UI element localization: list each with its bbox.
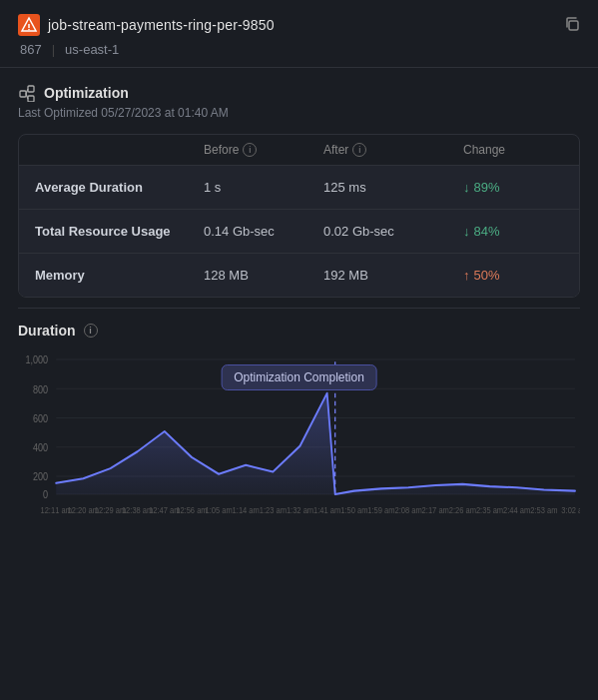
duration-section: Duration i Optimization Completion 1,000…: [0, 309, 598, 540]
metric-change: 50%: [463, 268, 563, 283]
metric-before: 1 s: [204, 180, 323, 195]
table-row: Average Duration 1 s 125 ms 89%: [19, 166, 579, 210]
meta-row: 867 | us-east-1: [20, 42, 580, 57]
optimization-title: Optimization: [44, 85, 129, 101]
header: job-stream-payments-ring-per-9850 867 | …: [0, 0, 598, 68]
metric-name: Total Resource Usage: [35, 224, 204, 239]
svg-text:2:35 am: 2:35 am: [476, 506, 504, 515]
svg-text:400: 400: [33, 442, 48, 454]
svg-text:1:23 am: 1:23 am: [260, 506, 288, 515]
svg-rect-5: [20, 91, 26, 97]
col-after-header: After i: [323, 143, 463, 157]
svg-text:1:05 am: 1:05 am: [205, 506, 233, 515]
col-change-header: Change: [463, 143, 563, 157]
svg-point-3: [28, 29, 30, 31]
optimization-icon: [18, 84, 36, 102]
svg-text:1:59 am: 1:59 am: [367, 506, 395, 515]
svg-text:2:53 am: 2:53 am: [530, 506, 558, 515]
svg-text:1:41 am: 1:41 am: [313, 506, 341, 515]
optimization-section: Optimization Last Optimized 05/27/2023 a…: [0, 68, 598, 308]
region: us-east-1: [65, 42, 119, 57]
arrow-up-icon: [463, 268, 470, 283]
metric-change: 89%: [463, 180, 563, 195]
svg-text:2:17 am: 2:17 am: [422, 506, 450, 515]
svg-text:200: 200: [33, 471, 48, 483]
svg-text:600: 600: [33, 413, 48, 425]
svg-text:800: 800: [33, 383, 48, 395]
svg-text:3:02 am: 3:02 am: [561, 506, 580, 515]
metric-after: 125 ms: [323, 180, 463, 195]
svg-text:1:32 am: 1:32 am: [287, 506, 314, 515]
last-optimized: Last Optimized 05/27/2023 at 01:40 AM: [18, 106, 580, 120]
svg-rect-7: [28, 96, 34, 102]
svg-text:2:08 am: 2:08 am: [394, 506, 422, 515]
job-title: job-stream-payments-ring-per-9850: [48, 17, 275, 33]
metrics-header: Before i After i Change: [19, 135, 579, 166]
svg-text:1:50 am: 1:50 am: [340, 506, 368, 515]
metric-before: 128 MB: [204, 268, 323, 283]
copy-icon[interactable]: [564, 16, 580, 35]
table-row: Total Resource Usage 0.14 Gb-sec 0.02 Gb…: [19, 210, 579, 254]
duration-chart-svg: 1,000 800 600 400 200 0 12:11 am: [18, 350, 580, 530]
title-row: job-stream-payments-ring-per-9850: [18, 14, 580, 36]
metric-name: Average Duration: [35, 180, 204, 195]
duration-title: Duration i: [18, 323, 580, 339]
col-before-header: Before i: [204, 143, 323, 157]
svg-text:2:26 am: 2:26 am: [449, 506, 477, 515]
after-info-icon[interactable]: i: [352, 143, 366, 157]
duration-chart: Optimization Completion 1,000 800 600 40…: [18, 350, 580, 530]
metric-change: 84%: [463, 224, 563, 239]
table-row: Memory 128 MB 192 MB 50%: [19, 254, 579, 297]
svg-text:0: 0: [43, 489, 48, 501]
duration-info-icon[interactable]: i: [84, 324, 98, 338]
svg-rect-6: [28, 86, 34, 92]
job-id: 867: [20, 42, 42, 57]
architect-logo-icon: [18, 14, 40, 36]
metric-name: Memory: [35, 268, 204, 283]
metrics-table: Before i After i Change Average Duration…: [18, 134, 580, 298]
metric-after: 192 MB: [323, 268, 463, 283]
svg-text:2:44 am: 2:44 am: [503, 506, 531, 515]
svg-text:1,000: 1,000: [26, 354, 49, 366]
arrow-down-icon: [463, 180, 470, 195]
svg-rect-4: [569, 21, 578, 30]
metric-after: 0.02 Gb-sec: [323, 224, 463, 239]
svg-text:1:14 am: 1:14 am: [233, 506, 261, 515]
metric-before: 0.14 Gb-sec: [204, 224, 323, 239]
section-title: Optimization: [18, 84, 580, 102]
arrow-down-icon: [463, 224, 470, 239]
svg-text:12:56 am: 12:56 am: [176, 506, 208, 515]
before-info-icon[interactable]: i: [243, 143, 257, 157]
